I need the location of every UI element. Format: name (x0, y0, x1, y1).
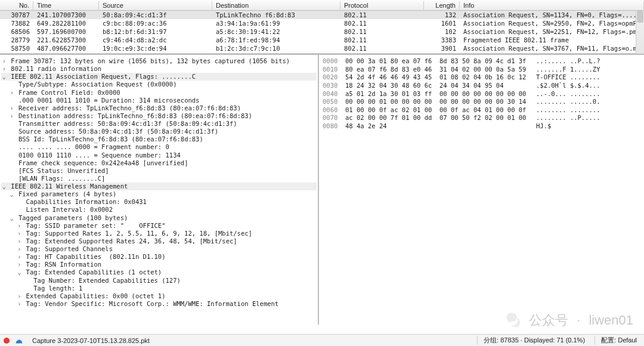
detail-line[interactable]: ⌄ Fixed parameters (4 bytes) (1, 190, 317, 198)
detail-line[interactable]: Transmitter address: 50:8a:09:4c:d1:3f (… (1, 120, 317, 128)
status-packets: 分组: 87835 · Displayed: 71 (0.1%) (477, 336, 589, 345)
col-header-destination[interactable]: Destination (212, 1, 340, 10)
hex-row[interactable]: 001080 ea 07 f6 8d 83 e0 46 31 04 02 00 … (323, 66, 640, 74)
tree-toggle-icon (9, 135, 15, 143)
detail-line[interactable]: › Tag: Extended Supported Rates 24, 36, … (1, 237, 317, 245)
packet-list-scrollbar[interactable] (636, 11, 644, 54)
tree-toggle-icon (9, 175, 15, 183)
detail-line[interactable]: › Tag: Supported Channels (1, 245, 317, 253)
tree-toggle-icon[interactable]: ⌄ (9, 214, 15, 222)
packet-list-header[interactable]: No. Time Source Destination Protocol Len… (0, 0, 644, 11)
tree-toggle-icon[interactable]: › (16, 300, 22, 308)
tree-toggle-icon (9, 152, 15, 159)
detail-line[interactable]: › Extended Capabilities: 0x00 (octet 1) (1, 292, 317, 300)
detail-line[interactable]: [WLAN Flags: ........C] (1, 175, 317, 183)
detail-line[interactable]: › Frame Control Field: 0x0000 (1, 89, 317, 97)
packet-row[interactable]: 73882649.282281100c9:bc:88:09:ac:36a3:94… (0, 19, 644, 27)
wireshark-icon (16, 337, 23, 344)
tree-toggle-icon[interactable]: › (16, 261, 22, 268)
detail-line[interactable]: Frame check sequence: 0x242e4a48 [unveri… (1, 159, 317, 167)
tree-toggle-icon[interactable]: › (16, 237, 22, 245)
tree-toggle-icon[interactable]: › (9, 89, 15, 97)
scrollbar-thumb[interactable] (637, 11, 643, 23)
tree-toggle-icon[interactable]: ⌄ (9, 190, 15, 198)
detail-line[interactable]: ⌄ Tagged parameters (100 bytes) (1, 214, 317, 222)
status-bar: Capture 3-2023-07-10T15.13.28.825.pkt 分组… (0, 334, 644, 346)
hex-row[interactable]: 005000 00 00 01 00 00 00 00 00 00 00 00 … (323, 98, 640, 106)
detail-line[interactable]: Listen Interval: 0x0002 (1, 206, 317, 214)
tree-toggle-icon[interactable]: › (16, 230, 22, 237)
tree-toggle-icon[interactable]: › (16, 253, 22, 261)
tree-toggle-icon[interactable]: › (9, 104, 15, 112)
capture-stop-indicator-icon[interactable] (4, 338, 10, 344)
packet-row[interactable]: 30787241.10700730050:8a:09:4c:d1:3fTpLin… (0, 11, 644, 19)
hex-row[interactable]: 0070ac 02 00 00 7f 01 00 dd 07 00 50 f2 … (323, 114, 640, 122)
hex-row[interactable]: 003018 24 32 04 30 48 60 6c 24 04 34 04 … (323, 82, 640, 90)
detail-line[interactable]: › Tag: SSID parameter set: " OFFICE" (1, 222, 317, 230)
col-header-time[interactable]: Time (33, 1, 99, 10)
tree-toggle-icon (24, 285, 30, 292)
tree-toggle-icon[interactable]: ⌄ (1, 183, 7, 190)
detail-line[interactable]: BSS Id: TpLinkTechno_f6:8d:83 (80:ea:07:… (1, 135, 317, 143)
tree-toggle-icon (9, 128, 15, 135)
col-header-length[interactable]: Length (424, 1, 460, 10)
detail-line[interactable]: Source address: 50:8a:09:4c:d1:3f (50:8a… (1, 128, 317, 135)
col-header-no[interactable]: No. (0, 1, 33, 10)
tree-toggle-icon (9, 120, 15, 128)
tree-toggle-icon[interactable]: › (16, 222, 22, 230)
tree-toggle-icon (9, 167, 15, 175)
tree-toggle-icon (16, 206, 22, 214)
detail-line[interactable]: 0100 0110 1110 .... = Sequence number: 1… (1, 152, 317, 159)
tree-toggle-icon (9, 159, 15, 167)
col-header-info[interactable]: Info (460, 1, 644, 10)
detail-line[interactable]: ⌄ Tag: Extended Capabilities (1 octet) (1, 268, 317, 276)
packet-details-tree[interactable]: › Frame 30787: 132 bytes on wire (1056 b… (0, 55, 319, 325)
tree-toggle-icon (9, 81, 15, 88)
capture-file-name: Capture 3-2023-07-10T15.13.28.825.pkt (29, 337, 153, 344)
tree-toggle-icon[interactable]: › (9, 112, 15, 120)
tree-toggle-icon (9, 97, 15, 104)
packet-row[interactable]: 58750487.09662770019:0c:e9:3c:de:94b1:2c… (0, 44, 644, 52)
detail-line[interactable]: ⌄ IEEE 802.11 Association Request, Flags… (1, 73, 317, 81)
detail-line[interactable]: .000 0001 0011 1010 = Duration: 314 micr… (1, 97, 317, 104)
detail-line[interactable]: › Receiver address: TpLinkTechno_f6:8d:8… (1, 104, 317, 112)
col-header-protocol[interactable]: Protocol (340, 1, 424, 10)
hex-row[interactable]: 000000 00 3a 01 80 ea 07 f6 8d 83 50 8a … (323, 57, 640, 66)
tree-toggle-icon[interactable]: › (1, 57, 7, 65)
detail-line[interactable]: Tag Number: Extended Capabilities (127) (1, 277, 317, 285)
tree-toggle-icon[interactable]: ⌄ (1, 73, 7, 81)
hex-row[interactable]: 0040a5 01 2d 1a 30 01 03 ff 00 00 00 00 … (323, 90, 640, 98)
detail-line[interactable]: Type/Subtype: Association Request (0x000… (1, 81, 317, 88)
detail-line[interactable]: › Tag: Vendor Specific: Microsoft Corp.:… (1, 300, 317, 308)
status-profile[interactable]: 配置: Defaul (595, 336, 640, 345)
hex-row[interactable]: 002054 2d 4f 46 46 49 43 45 01 08 02 04 … (323, 73, 640, 82)
packet-row[interactable]: 28779221.622857300c9:46:d4:d8:a2:dca6:78… (0, 36, 644, 44)
detail-line[interactable]: › Frame 30787: 132 bytes on wire (1056 b… (1, 57, 317, 65)
detail-line[interactable]: Capabilities Information: 0x0431 (1, 198, 317, 206)
col-header-source[interactable]: Source (99, 1, 212, 10)
packet-row[interactable]: 68506597.169600700b8:12:bf:6d:31:97a5:8c… (0, 27, 644, 36)
hex-row[interactable]: 008048 4a 2e 24HJ.$ (323, 122, 640, 131)
detail-line[interactable]: › Destination address: TpLinkTechno_f6:8… (1, 112, 317, 120)
detail-line[interactable]: › Tag: RSN Information (1, 261, 317, 268)
tree-toggle-icon[interactable]: › (16, 292, 22, 300)
detail-line[interactable]: Tag length: 1 (1, 285, 317, 292)
tree-toggle-icon[interactable]: › (1, 65, 7, 73)
tree-toggle-icon (24, 277, 30, 285)
tree-toggle-icon (9, 143, 15, 151)
packet-list: No. Time Source Destination Protocol Len… (0, 0, 644, 54)
hex-dump-pane[interactable]: 000000 00 3a 01 80 ea 07 f6 8d 83 50 8a … (319, 55, 644, 325)
tree-toggle-icon (16, 198, 22, 206)
detail-line[interactable]: .... .... .... 0000 = Fragment number: 0 (1, 143, 317, 151)
detail-line[interactable]: [FCS Status: Unverified] (1, 167, 317, 175)
detail-line[interactable]: › Tag: Supported Rates 1, 2, 5.5, 11, 6,… (1, 230, 317, 237)
detail-line[interactable]: ⌄ IEEE 802.11 Wireless Management (1, 183, 317, 190)
tree-toggle-icon[interactable]: › (16, 245, 22, 253)
detail-line[interactable]: › 802.11 radio information (1, 65, 317, 73)
detail-line[interactable]: › Tag: HT Capabilities (802.11n D1.10) (1, 253, 317, 261)
hex-row[interactable]: 006001 00 00 0f ac 02 01 00 00 0f ac 04 … (323, 106, 640, 115)
tree-toggle-icon[interactable]: ⌄ (16, 268, 22, 276)
